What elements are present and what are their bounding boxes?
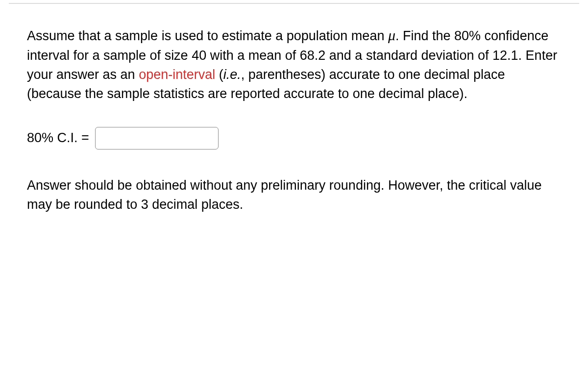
answer-row: 80% C.I. =	[27, 127, 561, 149]
question-text-part1a: Assume that a sample is used to estimate…	[27, 28, 388, 43]
question-text-part1c: (	[215, 67, 223, 82]
mu-symbol: μ	[388, 27, 395, 43]
answer-label: 80% C.I. =	[27, 130, 89, 146]
open-interval-highlight: open-interval	[139, 67, 215, 82]
note-paragraph: Answer should be obtained without any pr…	[27, 176, 561, 214]
question-paragraph: Assume that a sample is used to estimate…	[27, 25, 561, 103]
question-content: Assume that a sample is used to estimate…	[0, 4, 588, 214]
confidence-interval-input[interactable]	[95, 127, 219, 149]
ie-italic: i.e.	[223, 67, 241, 82]
